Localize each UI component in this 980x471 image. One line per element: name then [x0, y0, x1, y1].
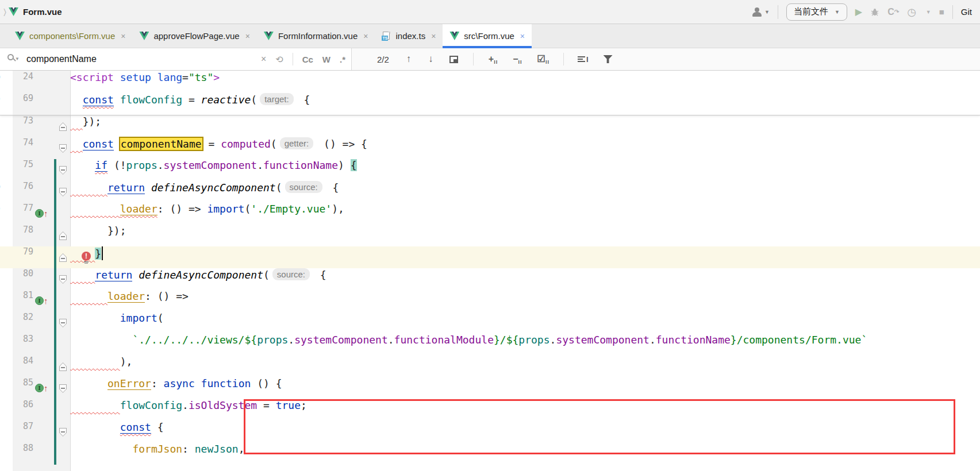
chevron-down-icon: ▼ — [835, 9, 840, 15]
select-all-occurrences-icon[interactable]: ☑II — [537, 53, 549, 65]
clear-search-icon[interactable]: × — [261, 54, 266, 64]
line-number: 78 — [13, 225, 33, 246]
code-text[interactable]: onError: async function () { — [70, 377, 980, 399]
line-number: 85 — [13, 377, 33, 399]
close-tab-icon[interactable]: × — [121, 32, 125, 41]
tab-components-form-vue[interactable]: components\Form.vue× — [8, 24, 132, 48]
code-line-83[interactable]: 83 `./../../../views/${props.systemCompo… — [0, 334, 980, 356]
fold-marker-icon[interactable] — [59, 275, 67, 284]
implementation-up-arrow-icon[interactable]: I↑ — [35, 296, 48, 305]
code-text[interactable]: const { — [70, 421, 980, 443]
profiler-clock-icon[interactable]: ◷ — [907, 7, 916, 17]
fold-marker-icon[interactable] — [59, 122, 67, 131]
code-line-81[interactable]: 81I↑ loader: () => — [0, 290, 980, 312]
code-text[interactable]: return defineAsyncComponent(source: { — [70, 268, 980, 290]
code-text[interactable]: `./../../../views/${props.systemComponen… — [70, 334, 980, 356]
search-history-icon[interactable]: ⟲ — [275, 54, 283, 65]
search-input[interactable]: ▼ componentName × ⟲ Cc W .* — [0, 48, 352, 70]
error-icon[interactable]: ! — [82, 252, 91, 263]
filter-funnel-icon[interactable] — [604, 55, 613, 63]
code-line-84[interactable]: 84 ), — [0, 356, 980, 377]
previous-occurrence-icon[interactable]: ↑ — [406, 53, 412, 65]
code-text[interactable]: ), — [70, 356, 980, 377]
git-menu[interactable]: Git — [961, 7, 972, 17]
stop-button[interactable]: ■ — [939, 7, 944, 16]
fold-marker-icon[interactable] — [59, 428, 67, 437]
code-line-76[interactable]: 676 return defineAsyncComponent(source: … — [0, 181, 980, 203]
fold-cell — [56, 399, 70, 421]
line-number: 74 — [13, 137, 33, 159]
code-line-77[interactable]: 577I↑ loader: () => import('./Empty.vue'… — [0, 203, 980, 225]
tab-approveflowpage-vue[interactable]: approveFlowPage.vue× — [132, 24, 256, 48]
fold-marker-icon[interactable] — [59, 319, 67, 327]
line-number: 86 — [13, 399, 33, 421]
close-tab-icon[interactable]: × — [520, 32, 525, 41]
fold-marker-icon[interactable] — [59, 231, 67, 240]
code-text[interactable]: loader: () => import('./Empty.vue'), — [70, 203, 980, 225]
code-line-24[interactable]: 624<script setup lang="ts"> — [0, 71, 980, 93]
code-text[interactable]: }); — [70, 225, 980, 246]
code-line-87[interactable]: 87 const { — [0, 421, 980, 443]
gutter-icon-cell: I↑ — [33, 377, 54, 399]
code-line-86[interactable]: 86 flowConfig.isOldSystem = true; — [0, 399, 980, 421]
match-case-toggle[interactable]: Cc — [302, 55, 313, 64]
line-number: 24 — [13, 71, 33, 93]
search-options-icon[interactable]: I — [578, 55, 589, 64]
code-text[interactable]: <script setup lang="ts"> — [70, 71, 980, 93]
code-editor[interactable]: 624<script setup lang="ts">569 const flo… — [0, 71, 980, 471]
search-query-text[interactable]: componentName — [26, 54, 97, 64]
implementation-up-arrow-icon[interactable]: I↑ — [35, 209, 48, 218]
tab-forminformation-vue[interactable]: FormInformation.vue× — [257, 24, 375, 48]
code-line-79[interactable]: 79 }! — [0, 246, 980, 268]
code-line-82[interactable]: 82 import( — [0, 312, 980, 334]
run-config-dropdown[interactable]: 当前文件 ▼ — [786, 3, 847, 21]
run-with-coverage-icon[interactable]: C↷ — [887, 7, 899, 17]
tab-label: FormInformation.vue — [278, 31, 358, 41]
gutter-icon-cell — [33, 225, 54, 246]
fold-marker-icon[interactable] — [59, 144, 67, 153]
code-line-69[interactable]: 569 const flowConfig = reactive(target: … — [0, 93, 980, 115]
tab-index-ts[interactable]: TSindex.ts× — [375, 24, 443, 48]
code-line-88[interactable]: 88 formJson: newJson, — [0, 443, 980, 465]
code-text[interactable]: const flowConfig = reactive(target: { — [70, 93, 980, 115]
code-line-78[interactable]: 78 }); — [0, 225, 980, 246]
toolbar-divider — [778, 5, 778, 19]
code-line-75[interactable]: 75 if (!props.systemComponent.functionNa… — [0, 159, 980, 181]
code-text[interactable]: } — [70, 246, 980, 268]
words-toggle[interactable]: W — [322, 55, 330, 64]
code-line-73[interactable]: 73 }); — [0, 115, 980, 137]
next-occurrence-icon[interactable]: ↓ — [428, 53, 433, 65]
fold-marker-icon[interactable] — [59, 384, 67, 393]
code-text[interactable]: formJson: newJson, — [70, 443, 980, 465]
code-text[interactable]: flowConfig.isOldSystem = true; — [70, 399, 980, 421]
vue-file-icon — [15, 32, 25, 40]
search-icon[interactable]: ▼ — [7, 53, 18, 65]
tab-src-form-vue[interactable]: src\Form.vue× — [443, 24, 532, 48]
open-in-find-window-icon[interactable] — [449, 56, 458, 63]
fold-marker-icon[interactable] — [59, 362, 67, 371]
debug-bug-icon[interactable] — [870, 7, 879, 17]
code-text[interactable]: loader: () => — [70, 290, 980, 312]
code-text[interactable]: import( — [70, 312, 980, 334]
gutter-icon-cell — [33, 421, 54, 443]
code-line-74[interactable]: 74 const componentName = computed(getter… — [0, 137, 980, 159]
fold-marker-icon[interactable] — [59, 253, 67, 262]
code-text[interactable]: return defineAsyncComponent(source: { — [70, 181, 980, 203]
fold-marker-icon[interactable] — [59, 188, 67, 196]
code-text[interactable]: }); — [70, 115, 980, 137]
user-avatar-button[interactable]: ▼ — [752, 7, 770, 17]
regex-toggle[interactable]: .* — [340, 55, 345, 64]
close-tab-icon[interactable]: × — [431, 32, 436, 41]
add-occurrence-icon[interactable]: +II — [489, 54, 498, 65]
close-tab-icon[interactable]: × — [363, 32, 368, 41]
close-tab-icon[interactable]: × — [245, 32, 250, 41]
run-button[interactable]: ▶ — [855, 7, 862, 17]
code-text[interactable]: if (!props.systemComponent.functionName)… — [70, 159, 980, 181]
fold-marker-icon[interactable] — [59, 166, 67, 175]
chevron-down-icon[interactable]: ▼ — [926, 9, 931, 15]
implementation-up-arrow-icon[interactable]: I↑ — [35, 384, 48, 392]
code-line-80[interactable]: 80 return defineAsyncComponent(source: { — [0, 268, 980, 290]
remove-occurrence-icon[interactable]: −II — [513, 54, 522, 65]
code-text[interactable]: const componentName = computed(getter: (… — [70, 137, 980, 159]
code-line-85[interactable]: 85I↑ onError: async function () { — [0, 377, 980, 399]
